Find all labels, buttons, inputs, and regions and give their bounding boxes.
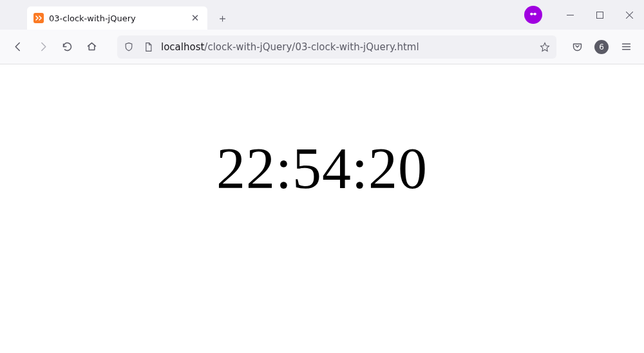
maximize-button[interactable] xyxy=(585,0,614,30)
titlebar: 03-clock-with-jQuery ✕ ＋ xyxy=(0,0,644,30)
page-info-icon[interactable] xyxy=(142,41,155,53)
toolbar: localhost/clock-with-jQuery/03-clock-wit… xyxy=(0,30,644,64)
app-menu-button[interactable] xyxy=(614,35,638,59)
pocket-button[interactable] xyxy=(565,35,589,59)
tab-title: 03-clock-with-jQuery xyxy=(49,14,184,23)
clock-display: 22:54:20 xyxy=(216,135,428,202)
window-controls xyxy=(524,0,644,30)
svg-marker-8 xyxy=(541,43,549,51)
url-host: localhost xyxy=(161,41,204,53)
svg-rect-0 xyxy=(33,13,44,23)
new-tab-button[interactable]: ＋ xyxy=(213,8,232,28)
bookmark-star-icon[interactable] xyxy=(538,41,551,53)
address-bar[interactable]: localhost/clock-with-jQuery/03-clock-wit… xyxy=(117,35,556,59)
xampp-favicon-icon xyxy=(33,13,44,23)
shield-icon[interactable] xyxy=(122,41,135,53)
reload-button[interactable] xyxy=(55,35,79,59)
forward-button[interactable] xyxy=(31,35,54,59)
svg-rect-3 xyxy=(530,14,536,14)
close-window-button[interactable] xyxy=(614,0,644,30)
url-text: localhost/clock-with-jQuery/03-clock-wit… xyxy=(161,41,532,53)
close-tab-button[interactable]: ✕ xyxy=(189,12,201,24)
svg-rect-5 xyxy=(596,12,603,18)
extension-icon[interactable] xyxy=(524,6,542,24)
browser-tab[interactable]: 03-clock-with-jQuery ✕ xyxy=(27,6,207,30)
back-button[interactable] xyxy=(6,35,30,59)
badge-count: 6 xyxy=(599,43,604,52)
page-content: 22:54:20 xyxy=(0,64,644,202)
minimize-button[interactable] xyxy=(555,0,585,30)
url-path: /clock-with-jQuery/03-clock-with-jQuery.… xyxy=(204,41,419,53)
account-badge[interactable]: 6 xyxy=(594,40,609,54)
home-button[interactable] xyxy=(80,35,103,59)
